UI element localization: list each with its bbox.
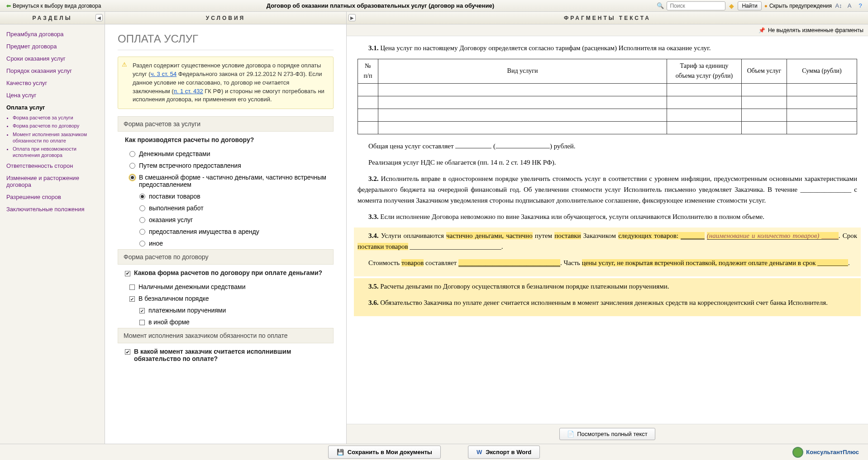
q2-sub-2[interactable]: в иной форме bbox=[139, 316, 334, 328]
nav-item-quality[interactable]: Качество услуг bbox=[0, 77, 105, 89]
q2-sub-1[interactable]: платежными поручениями bbox=[139, 304, 334, 316]
topbar: Вернуться к выбору вида договора Договор… bbox=[0, 0, 868, 12]
fragments-toolbar: Не выделять измененные фрагменты bbox=[347, 24, 868, 36]
c35-text: Расчеты деньгами по Договору осуществляю… bbox=[379, 283, 669, 290]
total-price-line: Общая цена услуг составляет () рублей. bbox=[368, 141, 857, 152]
q2-opt-2[interactable]: В безналичном порядке bbox=[129, 293, 334, 304]
export-word-button[interactable]: W Экспорт в Word bbox=[468, 446, 540, 459]
font-size-a-icon[interactable]: A↕ bbox=[835, 2, 843, 10]
view-full-text-button[interactable]: 📄 Посмотреть полный текст bbox=[559, 428, 655, 440]
radio-icon bbox=[129, 151, 135, 157]
c34-t3: Заказчиком bbox=[581, 232, 619, 239]
q1-sub-2[interactable]: выполнения работ bbox=[139, 202, 334, 214]
clause-3-5-3-6-highlighted: 3.5. Расчеты деньгами по Договору осущес… bbox=[354, 278, 861, 316]
back-button[interactable]: Вернуться к выбору вида договора bbox=[4, 2, 104, 10]
table-row bbox=[358, 83, 857, 96]
nav-sub-3[interactable]: Момент исполнения заказчиком обязанности… bbox=[13, 130, 105, 145]
page-title: ОПЛАТА УСЛУГ bbox=[118, 33, 334, 50]
main-area: РАЗДЕЛЫ ◀ Преамбула договора Предмет дог… bbox=[0, 12, 868, 444]
blank-field bbox=[455, 142, 491, 148]
radio-checked-icon bbox=[129, 175, 135, 180]
nav-item-subject[interactable]: Предмет договора bbox=[0, 40, 105, 52]
hide-warnings-button[interactable]: Скрыть предупреждения bbox=[764, 3, 832, 9]
section-form-contract: Форма расчетов по договору bbox=[118, 249, 334, 265]
clause-3-3: 3.3. Если исполнение Договора невозможно… bbox=[358, 211, 857, 222]
table-row bbox=[358, 96, 857, 109]
nav-sub-4[interactable]: Оплата при невозможности исполнения дого… bbox=[13, 145, 105, 160]
nav-item-price[interactable]: Цена услуг bbox=[0, 89, 105, 101]
c34-blank1b: _____ bbox=[819, 232, 839, 240]
save-icon: 💾 bbox=[337, 449, 344, 455]
c34b-blank: ______________________________ bbox=[458, 259, 560, 267]
q1-sub-5-label: иное bbox=[149, 240, 163, 247]
nav-item-amendment[interactable]: Изменение и расторжение договора bbox=[0, 172, 105, 191]
q1-opt-3[interactable]: В смешанной форме - частично деньгами, ч… bbox=[129, 171, 334, 190]
warn-link-2[interactable]: п. 1 ст. 432 bbox=[174, 88, 203, 95]
nav-item-procedure[interactable]: Порядок оказания услуг bbox=[0, 65, 105, 77]
collapse-sections-button[interactable]: ◀ bbox=[95, 14, 103, 21]
clause-3-6: 3.6. Обязательство Заказчика по уплате д… bbox=[358, 297, 857, 308]
back-label: Вернуться к выбору вида договора bbox=[13, 3, 101, 9]
sum-post: рублей. bbox=[552, 142, 576, 150]
conditions-panel: УСЛОВИЯ ОПЛАТА УСЛУГ Раздел содержит сущ… bbox=[105, 12, 347, 444]
c34b-t3: . Часть bbox=[560, 259, 582, 266]
q1-opt-1[interactable]: Денежными средствами bbox=[129, 148, 334, 160]
th-1: № п/п bbox=[358, 59, 378, 84]
q2-sub-options: платежными поручениями в иной форме bbox=[139, 304, 334, 328]
c34b-t4: . bbox=[848, 259, 850, 266]
q1-opt-1-label: Денежными средствами bbox=[139, 150, 210, 157]
c31-text: Цена услуг по настоящему Договору опреде… bbox=[379, 44, 711, 52]
nds-line: Реализация услуг НДС не облагается (пп. … bbox=[368, 157, 857, 168]
c34-blank1: _______ bbox=[681, 232, 705, 240]
c36-num: 3.6. bbox=[368, 299, 379, 306]
fragments-header: ▶ ФРАГМЕНТЫ ТЕКСТА bbox=[347, 12, 868, 24]
radio-icon bbox=[139, 229, 145, 235]
q1-sub-4[interactable]: предоставления имущества в аренду bbox=[139, 226, 334, 237]
c36-text: Обязательство Заказчика по уплате денег … bbox=[379, 299, 828, 306]
table-row bbox=[358, 121, 857, 134]
fragments-body[interactable]: 3.1. Цена услуг по настоящему Договору о… bbox=[347, 36, 868, 424]
full-text-label: Посмотреть полный текст bbox=[577, 431, 648, 437]
conditions-body[interactable]: ОПЛАТА УСЛУГ Раздел содержит существенно… bbox=[105, 24, 346, 444]
hide-warnings-label: Скрыть предупреждения bbox=[769, 3, 832, 9]
q2-opt-1[interactable]: Наличными денежными средствами bbox=[129, 281, 334, 293]
nav-item-disputes[interactable]: Разрешение споров bbox=[0, 191, 105, 203]
nav-sub-2[interactable]: Форма расчетов по договору bbox=[13, 122, 105, 130]
nav-item-preamble[interactable]: Преамбула договора bbox=[0, 28, 105, 40]
q1-opt-2[interactable]: Путем встречного предоставления bbox=[129, 160, 334, 171]
save-label: Сохранить в Мои документы bbox=[348, 449, 432, 455]
collapse-fragments-button[interactable]: ▶ bbox=[348, 14, 356, 21]
sections-title: РАЗДЕЛЫ bbox=[33, 15, 72, 21]
warn-link-1[interactable]: ч. 3 ст. 54 bbox=[151, 71, 177, 77]
checkbox-checked-icon[interactable] bbox=[125, 271, 130, 276]
q1-sub-1[interactable]: поставки товаров bbox=[139, 190, 334, 202]
nav-sub-1[interactable]: Форма расчетов за услуги bbox=[13, 114, 105, 122]
q2-sub-1-label: платежными поручениями bbox=[148, 307, 226, 314]
q1-sub-3[interactable]: оказания услуг bbox=[139, 214, 334, 226]
checkbox-checked-icon[interactable] bbox=[125, 349, 130, 355]
font-size-b-icon[interactable]: A bbox=[845, 2, 854, 10]
find-button[interactable]: Найти bbox=[738, 1, 761, 10]
c33-text: Если исполнение Договора невозможно по в… bbox=[379, 213, 765, 220]
sections-nav: Преамбула договора Предмет договора Срок… bbox=[0, 24, 105, 219]
c34-t1: Услуги оплачиваются bbox=[379, 232, 447, 239]
q2-label: Какова форма расчетов по договору при оп… bbox=[134, 269, 322, 276]
nav-item-terms[interactable]: Сроки оказания услуг bbox=[0, 52, 105, 65]
sum-pre: Общая цена услуг составляет bbox=[368, 142, 455, 150]
c34-h2: поставки bbox=[554, 232, 581, 239]
checkbox-icon bbox=[139, 320, 145, 325]
c34-num: 3.4. bbox=[368, 232, 379, 239]
nav-item-payment[interactable]: Оплата услуг bbox=[0, 101, 105, 114]
nav-item-final[interactable]: Заключительные положения bbox=[0, 203, 105, 215]
bottombar: 💾 Сохранить в Мои документы W Экспорт в … bbox=[0, 444, 868, 460]
help-icon[interactable]: ? bbox=[856, 2, 864, 10]
c34b-h1: товаров bbox=[401, 259, 424, 266]
search-input[interactable] bbox=[667, 1, 725, 10]
radio-icon bbox=[139, 241, 145, 247]
export-label: Экспорт в Word bbox=[486, 449, 531, 455]
c34-placeholder: (наименование и количество товаров) bbox=[707, 232, 819, 240]
nav-item-liability[interactable]: Ответственность сторон bbox=[0, 160, 105, 172]
save-my-docs-button[interactable]: 💾 Сохранить в Мои документы bbox=[328, 446, 441, 459]
q1-sub-5[interactable]: иное bbox=[139, 237, 334, 249]
highlight-toggle[interactable]: Не выделять измененные фрагменты bbox=[768, 27, 863, 33]
